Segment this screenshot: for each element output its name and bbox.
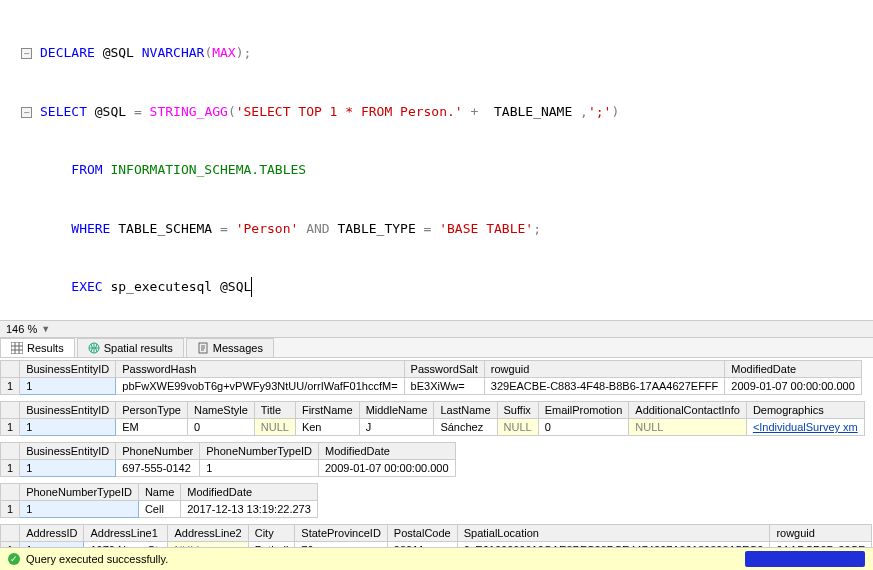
column-header[interactable]: SpatialLocation (457, 525, 770, 542)
cell[interactable]: Cell (138, 501, 180, 518)
tab-messages[interactable]: Messages (186, 338, 274, 357)
column-header[interactable] (1, 484, 20, 501)
column-header[interactable]: Title (254, 402, 295, 419)
column-header[interactable]: AddressLine1 (84, 525, 168, 542)
cell[interactable]: 0 (187, 419, 254, 436)
cell[interactable]: pbFwXWE99vobT6g+vPWFy93NtUU/orrIWafF01hc… (116, 378, 404, 395)
column-header[interactable]: ModifiedDate (181, 484, 318, 501)
cell[interactable]: 1 (1, 501, 20, 518)
chevron-down-icon: ▼ (41, 324, 50, 334)
table-row[interactable]: 11EM0NULLKenJSánchezNULL0NULL<Individual… (1, 419, 865, 436)
column-header[interactable]: AddressLine2 (168, 525, 248, 542)
success-icon: ✓ (8, 553, 20, 565)
cell[interactable]: 2009-01-07 00:00:00.000 (319, 460, 456, 477)
cell[interactable]: NULL (629, 419, 747, 436)
column-header[interactable]: MiddleName (359, 402, 434, 419)
cell[interactable]: NULL (254, 419, 295, 436)
column-header[interactable] (1, 361, 20, 378)
column-header[interactable]: LastName (434, 402, 497, 419)
document-icon (197, 342, 209, 354)
column-header[interactable]: PersonType (116, 402, 188, 419)
column-header[interactable]: AddressID (20, 525, 84, 542)
column-header[interactable]: PasswordSalt (404, 361, 484, 378)
table-row[interactable]: 11Cell2017-12-13 13:19:22.273 (1, 501, 318, 518)
fold-icon[interactable]: − (21, 48, 32, 59)
column-header[interactable]: Demographics (746, 402, 864, 419)
zoom-value: 146 % (6, 323, 37, 335)
cell[interactable]: EM (116, 419, 188, 436)
cell[interactable]: Sánchez (434, 419, 497, 436)
column-header[interactable]: BusinessEntityID (20, 443, 116, 460)
cell[interactable]: 329EACBE-C883-4F48-B8B6-17AA4627EFFF (484, 378, 724, 395)
cell[interactable]: 1 (200, 460, 319, 477)
result-tabs: Results Spatial results Messages (0, 338, 873, 358)
cell[interactable]: 2017-12-13 13:19:22.273 (181, 501, 318, 518)
cell[interactable]: 697-555-0142 (116, 460, 200, 477)
cell[interactable]: bE3XiWw= (404, 378, 484, 395)
result-grid-1[interactable]: BusinessEntityIDPasswordHashPasswordSalt… (0, 360, 873, 395)
column-header[interactable] (1, 443, 20, 460)
column-header[interactable]: BusinessEntityID (20, 361, 116, 378)
svg-rect-0 (11, 342, 23, 354)
cell[interactable]: 1 (20, 419, 116, 436)
table-row[interactable]: 11697-555-014212009-01-07 00:00:00.000 (1, 460, 456, 477)
table-row[interactable]: 11pbFwXWE99vobT6g+vPWFy93NtUU/orrIWafF01… (1, 378, 862, 395)
kw-declare: DECLARE (40, 43, 95, 63)
column-header[interactable]: Name (138, 484, 180, 501)
cell[interactable]: J (359, 419, 434, 436)
globe-icon (88, 342, 100, 354)
cell[interactable]: NULL (497, 419, 538, 436)
tab-spatial-results[interactable]: Spatial results (77, 338, 184, 357)
cell[interactable]: 1 (20, 378, 116, 395)
sql-editor[interactable]: − DECLARE @SQL NVARCHAR(MAX); − SELECT @… (0, 0, 873, 320)
column-header[interactable] (1, 402, 20, 419)
column-header[interactable]: NameStyle (187, 402, 254, 419)
cell[interactable]: 0 (538, 419, 629, 436)
column-header[interactable]: StateProvinceID (295, 525, 387, 542)
result-grid-2[interactable]: BusinessEntityIDPersonTypeNameStyleTitle… (0, 401, 873, 436)
column-header[interactable]: PhoneNumberTypeID (200, 443, 319, 460)
column-header[interactable] (1, 525, 20, 542)
cell[interactable]: <IndividualSurvey xm (746, 419, 864, 436)
cell[interactable]: 1 (20, 460, 116, 477)
tab-results[interactable]: Results (0, 338, 75, 357)
fold-icon[interactable]: − (21, 107, 32, 118)
column-header[interactable]: FirstName (295, 402, 359, 419)
results-panel: BusinessEntityIDPasswordHashPasswordSalt… (0, 358, 873, 570)
cell[interactable]: Ken (295, 419, 359, 436)
zoom-selector[interactable]: 146 % ▼ (0, 320, 873, 338)
result-grid-4[interactable]: PhoneNumberTypeIDNameModifiedDate11Cell2… (0, 483, 873, 518)
column-header[interactable]: PhoneNumberTypeID (20, 484, 139, 501)
column-header[interactable]: Suffix (497, 402, 538, 419)
column-header[interactable]: BusinessEntityID (20, 402, 116, 419)
grid-icon (11, 342, 23, 354)
column-header[interactable]: PasswordHash (116, 361, 404, 378)
status-text: Query executed successfully. (26, 553, 168, 565)
cell[interactable]: 1 (1, 419, 20, 436)
cell[interactable]: 1 (20, 501, 139, 518)
result-grid-3[interactable]: BusinessEntityIDPhoneNumberPhoneNumberTy… (0, 442, 873, 477)
column-header[interactable]: rowguid (484, 361, 724, 378)
column-header[interactable]: AdditionalContactInfo (629, 402, 747, 419)
column-header[interactable]: PhoneNumber (116, 443, 200, 460)
column-header[interactable]: EmailPromotion (538, 402, 629, 419)
connection-info (745, 551, 865, 567)
column-header[interactable]: City (248, 525, 295, 542)
column-header[interactable]: ModifiedDate (725, 361, 862, 378)
column-header[interactable]: rowguid (770, 525, 872, 542)
cell[interactable]: 1 (1, 460, 20, 477)
column-header[interactable]: PostalCode (387, 525, 457, 542)
column-header[interactable]: ModifiedDate (319, 443, 456, 460)
cell[interactable]: 1 (1, 378, 20, 395)
cell[interactable]: 2009-01-07 00:00:00.000 (725, 378, 862, 395)
status-bar: ✓ Query executed successfully. (0, 547, 873, 570)
